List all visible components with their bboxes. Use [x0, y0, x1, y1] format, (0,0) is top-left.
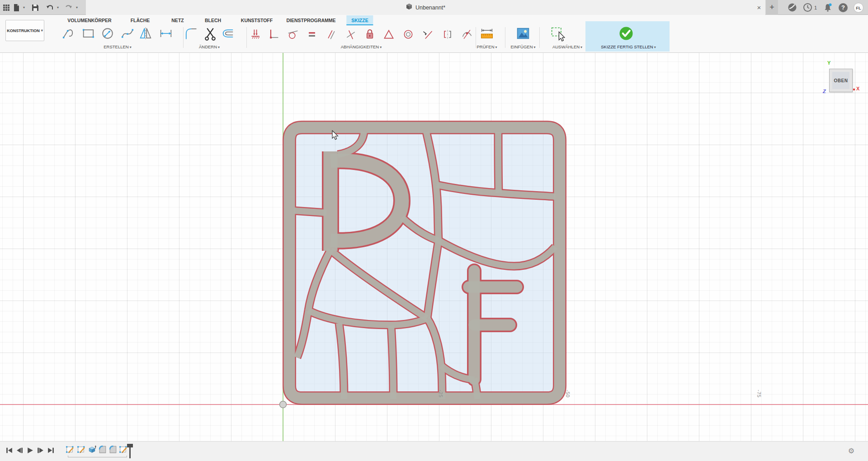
document-cube-icon	[406, 3, 412, 12]
toolbar-divider	[246, 27, 247, 48]
undo-caret-icon[interactable]: ▾	[57, 6, 59, 9]
document-tab[interactable]: Unbenannt*	[86, 0, 765, 15]
insert-image-tool-icon[interactable]	[515, 26, 531, 43]
document-title: Unbenannt*	[415, 5, 445, 11]
caret-icon: ▾	[534, 45, 536, 49]
viewcube-face-top[interactable]: OBEN	[829, 69, 853, 92]
caret-icon: ▾	[130, 45, 132, 49]
viewcube-x-arrow-icon	[853, 89, 855, 90]
tab-kunststoff[interactable]: KUNSTSTOFF	[236, 15, 278, 25]
viewcube-y-axis-label: Y	[827, 60, 830, 66]
equal-constraint-icon[interactable]	[306, 28, 318, 42]
user-avatar[interactable]: FL	[854, 3, 863, 13]
midpoint-constraint-icon[interactable]	[422, 28, 434, 42]
curvature-constraint-icon[interactable]	[461, 28, 473, 42]
ruler-label: -50	[565, 390, 571, 397]
timeline-fillet-feature[interactable]	[108, 445, 118, 456]
gear-icon[interactable]: ⚙	[848, 447, 854, 455]
tab-volumenkoerper[interactable]: VOLUMENKÖRPER	[62, 15, 116, 25]
timeline-sketch-feature[interactable]	[65, 445, 75, 456]
tangent-constraint-icon[interactable]	[287, 28, 299, 42]
group-label-text: EINFÜGEN	[510, 44, 533, 49]
timeline-step-forward-button[interactable]	[37, 447, 44, 456]
parallel-constraint-icon[interactable]	[326, 28, 337, 42]
redo-caret-icon[interactable]: ▾	[76, 6, 78, 9]
group-label-pruefen[interactable]: PRÜFEN▾	[476, 44, 497, 49]
save-icon[interactable]	[32, 0, 39, 15]
dimension-tool-icon[interactable]	[158, 26, 174, 43]
sketch-lines-red	[289, 127, 560, 399]
help-icon[interactable]: ?	[839, 3, 848, 12]
select-tool-icon[interactable]	[549, 26, 566, 44]
symmetry-constraint-icon[interactable]	[442, 28, 453, 42]
timeline-position-marker[interactable]	[127, 444, 133, 458]
group-label-text: ERSTELLEN	[104, 44, 128, 49]
fillet-tool-icon[interactable]	[183, 26, 198, 43]
circle-tool-icon[interactable]	[100, 26, 115, 43]
trim-tool-icon[interactable]	[203, 26, 218, 43]
extensions-icon[interactable]	[788, 0, 797, 15]
perpendicular-constraint-icon[interactable]	[345, 28, 357, 42]
group-label-finish-sketch[interactable]: SKIZZE FERTIG STELLEN▾	[601, 44, 656, 49]
timeline-extrude-feature[interactable]	[87, 445, 97, 456]
caret-icon: ▾	[380, 45, 382, 49]
sketch-scene-svg	[0, 53, 868, 441]
toolbar-divider	[539, 27, 540, 48]
timeline-play-button[interactable]	[26, 447, 34, 456]
group-label-aendern[interactable]: ÄNDERN▾	[199, 44, 220, 49]
tab-dienstprogramme[interactable]: DIENSTPROGRAMME	[281, 15, 340, 25]
app-grid-icon[interactable]	[3, 0, 10, 15]
sketch-profile-body[interactable]	[283, 121, 566, 405]
group-label-abhaengigkeiten[interactable]: ABHÄNGIGKEITEN▾	[341, 44, 382, 49]
timeline-go-start-button[interactable]	[5, 447, 13, 456]
timeline-sketch-feature[interactable]	[76, 445, 86, 456]
timeline-fillet-feature[interactable]	[98, 445, 108, 456]
finish-sketch-check-icon[interactable]	[618, 25, 635, 44]
undo-icon[interactable]	[46, 0, 54, 15]
titlebar-right-icons: 1 ? FL	[788, 0, 863, 15]
timeline-group-bracket	[68, 456, 127, 457]
measure-tool-icon[interactable]	[479, 26, 495, 43]
tab-netz[interactable]: NETZ	[166, 15, 189, 25]
tab-flaeche[interactable]: FLÄCHE	[126, 15, 155, 25]
file-menu-icon[interactable]	[13, 0, 20, 15]
caret-icon: ▾	[580, 45, 582, 49]
mirror-tool-icon[interactable]	[138, 26, 153, 43]
triangle-constraint-icon[interactable]	[383, 28, 395, 42]
konstruktion-caret-icon: ▾	[41, 29, 43, 33]
fix-lock-constraint-icon[interactable]	[364, 28, 376, 42]
concentric-constraint-icon[interactable]	[402, 28, 414, 42]
group-label-auswaehlen[interactable]: AUSWÄHLEN▾	[552, 44, 582, 49]
origin-marker[interactable]	[280, 401, 287, 408]
fusion-window: ▾ ▾ ▾ Unbenannt* × +	[0, 0, 868, 461]
timeline-step-back-button[interactable]	[16, 447, 24, 456]
new-tab-button[interactable]: +	[766, 0, 778, 15]
body-web-gray	[289, 127, 560, 399]
file-menu-caret-icon[interactable]: ▾	[23, 6, 25, 9]
group-label-erstellen[interactable]: ERSTELLEN▾	[104, 44, 131, 49]
ruler-label: -75	[756, 390, 762, 397]
spline-tool-icon[interactable]	[120, 26, 135, 43]
toolbar-divider	[505, 27, 505, 48]
timeline-go-end-button[interactable]	[47, 447, 55, 456]
rectangle-tool-icon[interactable]	[81, 26, 96, 43]
konstruktion-dropdown[interactable]: KONSTRUKTION ▾	[5, 20, 44, 41]
titlebar-left-icons: ▾ ▾ ▾	[3, 0, 81, 15]
line-tool-icon[interactable]	[61, 26, 76, 43]
timeline-active-sketch-feature[interactable]	[118, 445, 128, 456]
job-count-badge: 1	[814, 5, 817, 10]
offset-tool-icon[interactable]	[221, 26, 236, 43]
tab-blech[interactable]: BLECH	[200, 15, 226, 25]
model-canvas[interactable]: -25 -50 -75 Y OBEN X Z	[0, 53, 868, 441]
redo-icon[interactable]	[65, 0, 73, 15]
timeline-bar: ⚙	[0, 441, 868, 461]
close-document-icon[interactable]: ×	[753, 0, 765, 15]
vertical-horizontal-constraint-icon[interactable]	[268, 28, 279, 42]
ruler-label: -25	[438, 390, 443, 397]
caret-icon: ▾	[654, 45, 656, 49]
coincident-constraint-icon[interactable]	[250, 28, 261, 42]
group-label-einfuegen[interactable]: EINFÜGEN▾	[510, 44, 535, 49]
tab-skizze[interactable]: SKIZZE	[346, 15, 373, 25]
job-status-clock-icon[interactable]	[803, 0, 812, 15]
notifications-bell-icon[interactable]	[823, 0, 833, 15]
